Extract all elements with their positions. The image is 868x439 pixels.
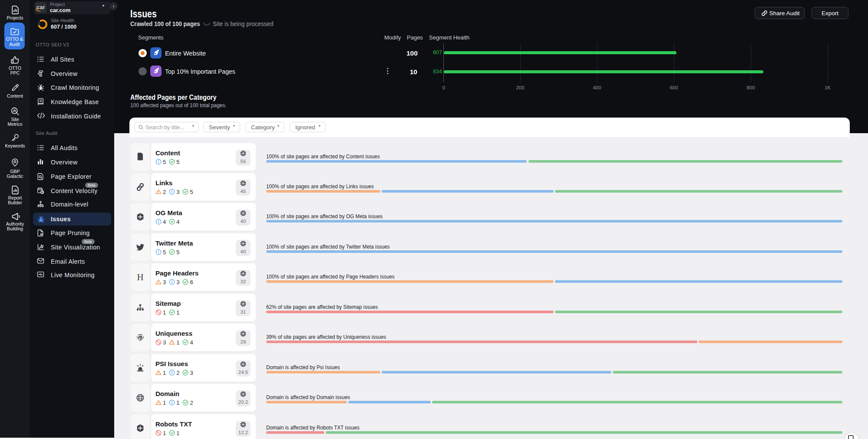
svg-text:H: H <box>137 273 143 282</box>
